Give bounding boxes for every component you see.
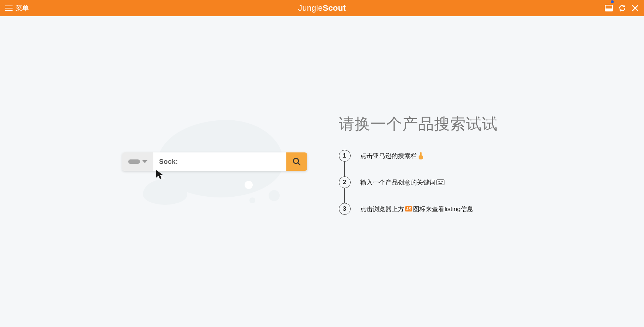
notification-dot <box>611 0 614 3</box>
step-number: 2 <box>339 176 351 188</box>
close-icon[interactable] <box>631 4 639 12</box>
search-icon <box>292 157 301 166</box>
menu-button[interactable]: 菜单 <box>5 4 29 13</box>
brand-title: JungleScout <box>298 3 346 13</box>
keyboard-icon <box>436 179 444 185</box>
illustration-search-text: Sock: <box>153 152 286 171</box>
step-item: 3 点击浏览器上方 JS 图标来查看listing信息 <box>339 203 531 215</box>
illustration-category-dropdown <box>122 152 153 171</box>
app-header: 菜单 JungleScout <box>0 0 644 16</box>
cursor-icon <box>156 169 165 180</box>
svg-rect-4 <box>437 180 444 185</box>
js-badge-icon: JS <box>405 206 413 211</box>
instructions-title: 请换一个产品搜索试试 <box>339 114 531 134</box>
bg-dot <box>245 181 253 189</box>
svg-rect-7 <box>441 181 442 182</box>
header-actions <box>605 4 639 12</box>
refresh-icon[interactable] <box>618 4 626 12</box>
point-up-icon <box>418 152 424 159</box>
main-content: Sock: 请换一个产品搜索试试 1 点击亚马逊的搜索栏 <box>0 16 644 327</box>
steps-list: 1 点击亚马逊的搜索栏 2 输入一个产品创意的关键词 <box>339 150 531 215</box>
bg-blob <box>249 197 255 203</box>
illustration-search-button <box>286 152 307 171</box>
bg-blob <box>269 190 280 201</box>
category-pill <box>128 159 140 164</box>
svg-rect-9 <box>439 183 442 184</box>
svg-rect-8 <box>442 181 443 182</box>
step-number: 3 <box>339 203 351 215</box>
illustration-searchbar: Sock: <box>122 152 307 171</box>
step-item: 2 输入一个产品创意的关键词 <box>339 176 531 203</box>
svg-line-3 <box>298 163 300 165</box>
chevron-down-icon <box>142 160 147 163</box>
step-text: 点击浏览器上方 JS 图标来查看listing信息 <box>360 205 473 213</box>
svg-rect-6 <box>439 181 440 182</box>
step-number: 1 <box>339 150 351 162</box>
window-icon[interactable] <box>605 5 613 11</box>
menu-label: 菜单 <box>16 4 29 13</box>
step-text: 输入一个产品创意的关键词 <box>360 178 445 187</box>
search-illustration: Sock: <box>113 105 306 223</box>
svg-rect-1 <box>605 8 613 11</box>
step-text: 点击亚马逊的搜索栏 <box>360 152 425 160</box>
svg-rect-5 <box>438 181 439 182</box>
step-item: 1 点击亚马逊的搜索栏 <box>339 150 531 176</box>
hamburger-icon <box>5 6 13 11</box>
instructions-panel: 请换一个产品搜索试试 1 点击亚马逊的搜索栏 2 输入一个产品创意的关键词 <box>339 114 531 215</box>
